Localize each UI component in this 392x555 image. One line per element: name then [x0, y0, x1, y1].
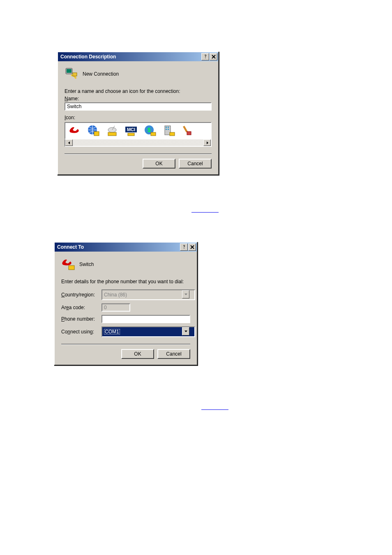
mci-icon[interactable]: MCI [125, 124, 138, 137]
close-icon [212, 55, 216, 59]
figure-link-underline [201, 409, 228, 410]
svg-rect-20 [187, 132, 191, 135]
svg-rect-21 [184, 248, 184, 249]
phone-number-label: Phone number: [61, 316, 101, 322]
jack-icon[interactable] [181, 124, 194, 137]
separator [61, 344, 190, 345]
area-code-label: Area code: [61, 305, 101, 310]
svg-rect-2 [67, 69, 71, 73]
new-connection-icon [65, 67, 78, 81]
phone-icon[interactable] [68, 124, 81, 137]
globe-dial-icon[interactable] [87, 124, 100, 137]
cancel-button[interactable]: Cancel [179, 159, 212, 169]
connect-to-dialog: Connect To Switch Enter details for the … [54, 242, 198, 365]
help-button[interactable] [201, 53, 209, 60]
help-button[interactable] [180, 243, 188, 251]
connect-using-label: Connect using: [61, 329, 101, 335]
close-button[interactable] [210, 53, 217, 60]
svg-rect-5 [94, 132, 99, 136]
ok-button[interactable]: OK [121, 349, 154, 359]
svg-text:$: $ [148, 127, 151, 133]
building-icon[interactable] [162, 124, 175, 137]
help-icon [182, 245, 186, 249]
close-icon [190, 245, 194, 249]
svg-rect-18 [168, 129, 169, 130]
triangle-left-icon [68, 141, 71, 144]
chevron-down-icon [182, 290, 189, 298]
connection-icon [61, 257, 75, 271]
scroll-left-button[interactable] [65, 139, 73, 146]
svg-text:MCI: MCI [127, 127, 135, 132]
name-label: Name: [65, 96, 212, 102]
svg-rect-16 [168, 127, 169, 128]
area-code-input [101, 303, 130, 312]
help-icon [203, 55, 208, 59]
connect-using-select[interactable]: COM1 [101, 326, 190, 337]
phone-number-input[interactable] [101, 315, 190, 323]
title-text: Connect To [57, 244, 180, 250]
svg-rect-3 [73, 73, 77, 76]
svg-rect-15 [166, 127, 167, 128]
header-text: New Connection [83, 71, 119, 77]
svg-rect-10 [128, 133, 134, 136]
svg-rect-7 [108, 132, 116, 136]
title-text: Connection Description [60, 54, 201, 60]
satellite-icon[interactable] [106, 124, 119, 137]
chevron-down-icon[interactable] [182, 327, 189, 335]
triangle-right-icon [206, 141, 209, 144]
svg-rect-17 [166, 129, 167, 130]
ok-button[interactable]: OK [143, 159, 175, 169]
name-input[interactable] [65, 102, 212, 111]
figure-link-underline [191, 212, 219, 213]
scroll-right-button[interactable] [203, 139, 211, 146]
instruction-text: Enter a name and choose an icon for the … [65, 88, 212, 94]
icon-picker[interactable]: MCI $ [65, 122, 212, 147]
svg-rect-19 [170, 132, 175, 136]
header-text: Switch [79, 261, 94, 267]
country-label: Country/region: [61, 292, 101, 298]
instruction-text: Enter details for the phone number that … [61, 279, 190, 284]
svg-rect-22 [69, 266, 74, 270]
icon-label: Icon: [65, 115, 212, 120]
cancel-button[interactable]: Cancel [157, 349, 190, 359]
close-button[interactable] [188, 243, 196, 251]
titlebar[interactable]: Connect To [55, 243, 197, 252]
svg-rect-0 [205, 58, 205, 58]
connection-description-dialog: Connection Description New Conne [57, 51, 219, 175]
svg-rect-13 [151, 132, 156, 136]
country-select: China (86) [101, 289, 190, 300]
dollar-globe-icon[interactable]: $ [143, 124, 157, 137]
scroll-track[interactable] [73, 139, 203, 146]
separator [65, 153, 212, 155]
icon-scrollbar[interactable] [65, 139, 212, 147]
titlebar[interactable]: Connection Description [58, 52, 218, 61]
